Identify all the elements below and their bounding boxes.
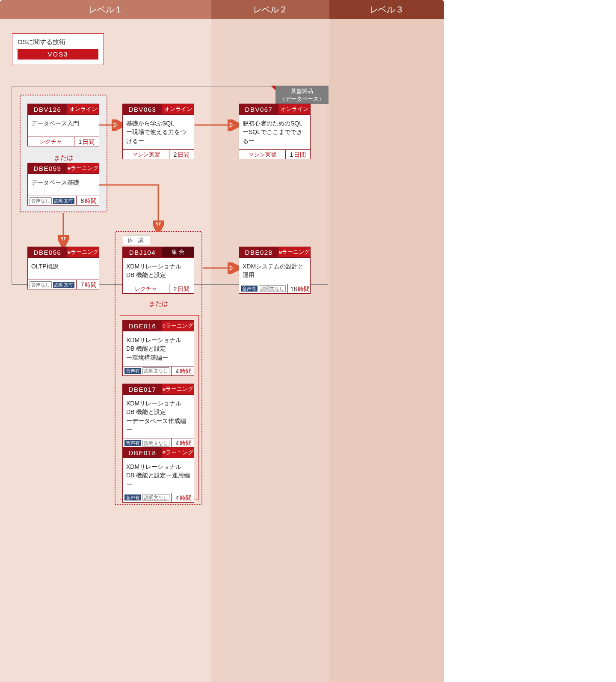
course-duration: 4時間	[171, 438, 196, 447]
course-title: 基礎から学ぶSQLー現場で使える力をつけるー	[123, 114, 194, 149]
course-mode: eラーニング	[278, 247, 310, 257]
audio-yes-pill: 音声有	[124, 368, 141, 374]
text-none-pill: 説明文なし	[259, 285, 286, 292]
course-title: OLTP概説	[28, 257, 99, 280]
audio-yes-pill: 音声有	[241, 286, 258, 292]
media-tags: 音声有 説明文なし	[123, 366, 171, 375]
course-mode: eラーニング	[67, 247, 99, 257]
course-style: マシン実習	[123, 150, 169, 159]
course-duration: 7時間	[76, 280, 101, 289]
or-label: または	[116, 300, 201, 308]
product-container-label-line2: （データベース）	[280, 95, 324, 102]
course-title: XDMリレーショナルDB 機能と設定	[123, 257, 194, 284]
course-card-dbe059[interactable]: DBE059eラーニング データベース基礎 音声なし 説明文有 8時間	[27, 163, 99, 205]
course-card-dbv063[interactable]: DBV063オンライン 基礎から学ぶSQLー現場で使える力をつけるー マシン実習…	[122, 104, 194, 159]
course-card-dbe056[interactable]: DBE056eラーニング OLTP概説 音声なし 説明文有 7時間	[27, 247, 99, 289]
text-none-pill: 説明文なし	[142, 494, 169, 501]
level-2-header: レベル２	[211, 0, 329, 19]
product-container-label: 基盤製品 （データベース）	[275, 86, 329, 104]
course-duration: 1日間	[285, 150, 310, 159]
os-category-box: OSに関する技術 VOS3	[12, 33, 104, 65]
course-card-dbe028[interactable]: DBE028eラーニング XDMシステムの設計と運用 音声有 説明文なし 18時…	[239, 247, 311, 294]
course-code: DBJ104	[123, 247, 162, 257]
course-mode: eラーニング	[162, 384, 194, 394]
course-title: XDMリレーショナルDB 機能と設定ー環境構築編ー	[123, 331, 194, 366]
or-label: または	[21, 154, 107, 162]
course-style: レクチャ	[123, 284, 169, 293]
media-tags: 音声有 説明文なし	[123, 438, 171, 447]
card-footer: レクチャ 1日間	[28, 137, 99, 146]
text-yes-pill: 説明文有	[53, 198, 74, 204]
course-duration: 2日間	[169, 150, 194, 159]
course-mode: eラーニング	[162, 447, 194, 458]
audio-yes-pill: 音声有	[124, 494, 141, 500]
course-code: DBE016	[123, 321, 162, 331]
course-duration: 1日間	[74, 137, 99, 146]
course-mode: オンライン	[278, 104, 310, 114]
course-card-dbj104[interactable]: 休 講 DBJ104集 合 XDMリレーショナルDB 機能と設定 レクチャ2日間	[122, 247, 194, 294]
course-duration: 4時間	[171, 493, 196, 502]
course-style: レクチャ	[28, 137, 74, 146]
card-header: DBV126 オンライン	[28, 104, 99, 114]
course-code: DBV063	[123, 104, 162, 114]
course-code: DBE028	[239, 247, 278, 257]
course-mode: eラーニング	[162, 321, 194, 331]
level-1-header: レベル１	[0, 0, 211, 19]
level-3-header: レベル３	[329, 0, 444, 19]
media-tags: 音声なし 説明文有	[28, 196, 76, 205]
product-container-label-line1: 基盤製品	[291, 88, 313, 94]
course-duration: 2日間	[169, 284, 194, 293]
course-mode: オンライン	[162, 104, 194, 114]
course-title: XDMリレーショナルDB 機能と設定ーデータベース作成編ー	[123, 394, 194, 438]
course-card-dbe016[interactable]: DBE016eラーニング XDMリレーショナルDB 機能と設定ー環境構築編ー 音…	[122, 320, 194, 376]
course-title: データベース入門	[28, 114, 99, 137]
course-card-dbe017[interactable]: DBE017eラーニング XDMリレーショナルDB 機能と設定ーデータベース作成…	[122, 384, 194, 448]
audio-none-pill: 音声なし	[30, 281, 52, 288]
os-category-tag: VOS3	[18, 49, 98, 60]
course-title: XDMシステムの設計と運用	[239, 257, 310, 284]
course-code: DBE018	[123, 447, 162, 458]
course-mode: オンライン	[67, 104, 99, 114]
level-header-bar: レベル１ レベル２ レベル３	[0, 0, 444, 19]
text-none-pill: 説明文なし	[142, 367, 169, 374]
media-tags: 音声なし 説明文有	[28, 280, 76, 289]
level-3-column	[329, 19, 444, 682]
course-code: DBE017	[123, 384, 162, 394]
course-duration: 4時間	[171, 366, 196, 375]
course-code: DBE056	[28, 247, 67, 257]
course-map-page: レベル１ レベル２ レベル３ OSに関する技術 VOS3 基盤製品 （データベー…	[0, 0, 616, 682]
course-mode: eラーニング	[67, 163, 99, 173]
media-tags: 音声有 説明文なし	[123, 493, 171, 502]
audio-yes-pill: 音声有	[124, 440, 141, 446]
suspended-badge: 休 講	[123, 235, 150, 245]
course-style: マシン実習	[239, 150, 285, 159]
course-duration: 18時間	[287, 284, 312, 293]
course-code: DBV126	[28, 104, 67, 114]
course-code: DBV067	[239, 104, 278, 114]
course-title: 脱初心者のためのSQLーSQLでここまでできるー	[239, 114, 310, 149]
course-card-dbv067[interactable]: DBV067オンライン 脱初心者のためのSQLーSQLでここまでできるー マシン…	[239, 104, 311, 159]
course-card-dbv126[interactable]: DBV126 オンライン データベース入門 レクチャ 1日間	[27, 104, 99, 146]
text-yes-pill: 説明文有	[53, 282, 74, 288]
os-category-title: OSに関する技術	[18, 38, 98, 46]
course-duration: 8時間	[76, 196, 101, 205]
course-title: XDMリレーショナルDB 機能と設定ー運用編ー	[123, 458, 194, 493]
course-code: DBE059	[28, 163, 67, 173]
course-mode: 集 合	[162, 247, 194, 257]
media-tags: 音声有 説明文なし	[239, 284, 287, 293]
audio-none-pill: 音声なし	[30, 197, 52, 204]
course-card-dbe018[interactable]: DBE018eラーニング XDMリレーショナルDB 機能と設定ー運用編ー 音声有…	[122, 447, 194, 503]
text-none-pill: 説明文なし	[142, 440, 169, 447]
course-title: データベース基礎	[28, 173, 99, 196]
